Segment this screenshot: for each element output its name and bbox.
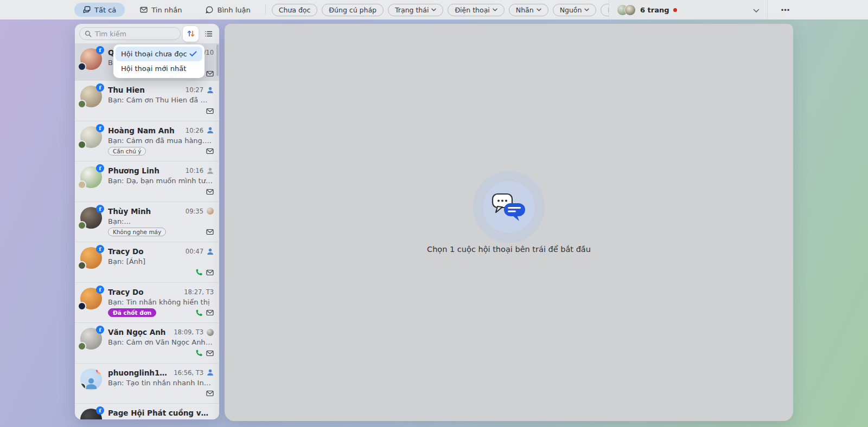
conversation-item[interactable]: f Tracy Do 00:47 Bạn: [Ảnh] (75, 242, 219, 282)
instagram-badge-icon (96, 368, 102, 374)
user-icon-blue (207, 369, 214, 376)
envelope-icon[interactable] (206, 350, 214, 357)
sort-menu-item[interactable]: Hội thoại chưa đọc (116, 47, 202, 61)
conversation-item[interactable]: f Phương Linh 10:16 Bạn: Dạ, bạn muốn mì… (75, 161, 219, 202)
conversation-detail-panel: Chọn 1 cuộc hội thoại bên trái để bắt đầ… (225, 24, 793, 421)
tab-label: Tất cả (94, 6, 116, 14)
last-message-snippet: Bạn:... (108, 217, 214, 225)
page-avatars (617, 4, 636, 16)
sort-arrows-icon (187, 29, 195, 38)
conversation-item[interactable]: f Hoàng Nam Anh 10:26 Bạn: Cảm ơn đã mua… (75, 121, 219, 161)
workspace: { "topbar": { "tabs": [ {"id":"tat-ca","… (0, 0, 868, 427)
tab-tat-ca[interactable]: Tất cả (74, 3, 125, 17)
more-options-button[interactable]: ••• (773, 0, 799, 20)
facebook-badge-icon: f (96, 46, 104, 54)
caret-down-icon (537, 8, 541, 11)
sort-button[interactable] (183, 26, 199, 42)
menu-item-label: Hội thoại mới nhất (121, 64, 186, 73)
mini-avatar (207, 329, 214, 336)
filter-nhan[interactable]: Nhãn (509, 4, 548, 16)
contact-name: Văn Ngọc Anh (108, 328, 169, 337)
conversation-item[interactable]: phuonglinh120197 16:56, T3 Bạn: Tạo tin … (75, 363, 219, 404)
conversation-time: 10:16 (186, 167, 203, 174)
conversation-item[interactable]: f Page Hội Phát cuồng vì Lú Mèo (75, 403, 219, 419)
envelope-icon[interactable] (206, 189, 214, 195)
user-icon-gray (207, 167, 214, 174)
page-avatar-badge (78, 302, 86, 310)
caret-down-icon (493, 8, 497, 11)
envelope-icon[interactable] (206, 269, 214, 276)
last-message-snippet: Bạn: [Ảnh] (108, 257, 214, 266)
envelope-icon[interactable] (206, 229, 214, 235)
page-avatar-badge (78, 342, 86, 351)
empty-state-text: Chọn 1 cuộc hội thoại bên trái để bắt đầ… (225, 245, 793, 254)
filter-nguon[interactable]: Nguồn (553, 4, 597, 16)
contact-avatar: f (80, 86, 102, 107)
conversation-tag: Cần chú ý (108, 147, 146, 156)
search-icon (85, 30, 92, 37)
channel-action-icons (195, 269, 214, 276)
envelope-icon[interactable] (206, 309, 214, 316)
contact-avatar: f (80, 207, 102, 229)
envelope-icon[interactable] (206, 70, 214, 77)
filter-trang-thai[interactable]: Trạng thái (388, 4, 443, 16)
phone-icon[interactable] (195, 269, 202, 276)
comment-icon (206, 6, 213, 14)
envelope-icon[interactable] (206, 148, 214, 154)
empty-state-halo (473, 171, 545, 243)
phone-icon[interactable] (195, 309, 202, 316)
channel-action-icons (206, 390, 214, 397)
page-avatar-badge (78, 221, 86, 230)
page-avatar-badge (78, 140, 86, 149)
caret-down-icon (431, 8, 436, 11)
channel-action-icons (206, 189, 214, 195)
top-toolbar: Tất cả Tin nhắn Bình luận Chưa đọc Đúng … (0, 0, 868, 20)
scrollbar[interactable] (216, 44, 219, 76)
filter-chua-doc[interactable]: Chưa đọc (272, 4, 318, 16)
conversation-item[interactable]: f Thu Hien 10:27 Bạn: Cảm ơn Thu Hien đã… (75, 80, 219, 121)
conversation-item[interactable]: f Thùy Minh 09:35 Bạn:... Không nghe máy (75, 202, 219, 242)
conversation-time: 00:47 (186, 248, 203, 255)
conversation-time: 18:27, T3 (184, 288, 214, 296)
filter-dung-cu-phap[interactable]: Đúng cú pháp (322, 4, 384, 16)
facebook-badge-icon: f (96, 83, 104, 92)
chat-tabs-icon (83, 6, 91, 14)
channel-action-icons (206, 148, 214, 154)
contact-name: Tracy Do (108, 247, 181, 256)
envelope-icon[interactable] (206, 390, 214, 397)
facebook-badge-icon: f (96, 164, 104, 172)
contact-avatar: f (80, 126, 102, 148)
mail-icon (140, 7, 148, 13)
contact-name: Thùy Minh (108, 207, 181, 216)
conversation-item[interactable]: f Văn Ngọc Anh 18:09, T3 Bạn: Cảm ơn Văn… (75, 322, 219, 363)
tab-label: Bình luận (217, 6, 250, 14)
filter-dien-thoai[interactable]: Điện thoại (448, 4, 504, 16)
conversation-tag: Đã chốt đơn (108, 308, 156, 317)
phone-icon[interactable] (195, 350, 202, 357)
facebook-badge-icon: f (96, 205, 104, 213)
tab-tin-nhan[interactable]: Tin nhắn (131, 3, 190, 17)
channel-action-icons (195, 309, 214, 316)
conversation-item[interactable]: f Tracy Do 18:27, T3 Bạn: Tin nhắn không… (75, 282, 219, 323)
envelope-icon[interactable] (206, 108, 214, 114)
page-avatar-badge (78, 62, 86, 71)
contact-avatar (80, 368, 102, 390)
search-input[interactable] (95, 30, 175, 38)
search-box[interactable] (79, 27, 181, 40)
list-view-icon (205, 30, 213, 37)
last-message-snippet: Bạn: Tin nhắn không hiển thị (108, 298, 214, 306)
toolbar-divider (265, 4, 266, 15)
facebook-badge-icon: f (96, 245, 104, 253)
last-message-snippet: Bạn: Cảm ơn đã mua hàng. Bạn vui... (108, 137, 214, 145)
sort-menu-item[interactable]: Hội thoại mới nhất (116, 61, 202, 76)
page-selector-dropdown[interactable]: 6 trang (609, 0, 768, 20)
conversation-time: 09:35 (186, 208, 203, 215)
filter-label: Nhãn (516, 6, 534, 14)
view-options-button[interactable] (201, 26, 216, 42)
last-message-snippet: Bạn: Cảm ơn Văn Ngọc Anh đã mua... (108, 338, 214, 346)
contact-avatar: f (80, 166, 102, 188)
tab-binh-luan[interactable]: Bình luận (197, 3, 259, 17)
channel-action-icons (206, 70, 214, 77)
contact-avatar: f (80, 409, 102, 419)
check-icon (189, 51, 197, 57)
